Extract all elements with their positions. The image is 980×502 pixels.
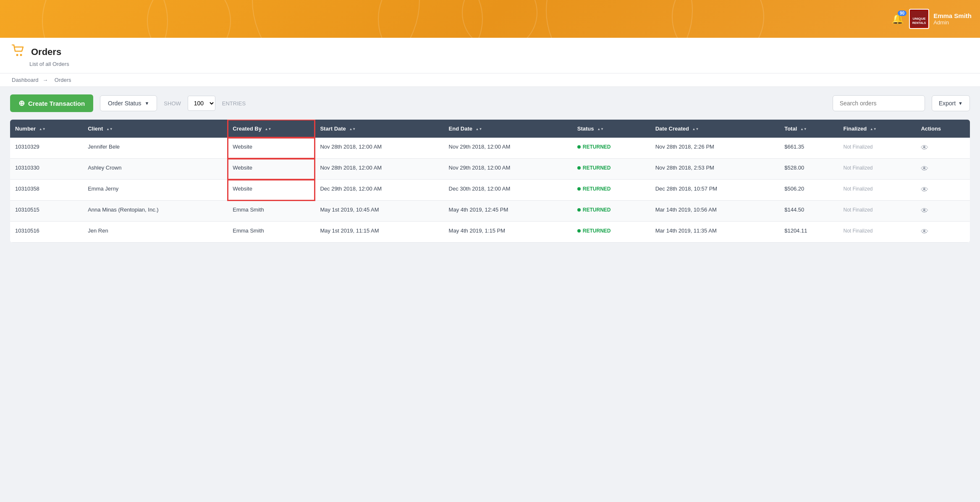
order-status-button[interactable]: Order Status ▼ (100, 95, 157, 111)
cell-status: RETURNED (572, 201, 650, 222)
view-action-icon[interactable]: 👁 (921, 165, 928, 173)
cell-client: Anna Minas (Rentopian, Inc.) (83, 201, 228, 222)
svg-point-4 (20, 54, 22, 56)
user-text: Emma Smith Admin (933, 12, 972, 26)
header-decoration (0, 0, 980, 38)
col-header-end-date[interactable]: End Date ▲▼ (444, 120, 572, 138)
cell-actions[interactable]: 👁 (916, 222, 970, 243)
table-row: 10310329Jennifer BeleWebsiteNov 28th 201… (10, 138, 970, 159)
cell-date_created: Nov 28th 2018, 2:53 PM (650, 159, 779, 180)
cell-date_created: Nov 28th 2018, 2:26 PM (650, 138, 779, 159)
status-dot (577, 187, 581, 191)
cell-created_by: Emma Smith (228, 222, 315, 243)
table-row: 10310516Jen RenEmma SmithMay 1st 2019, 1… (10, 222, 970, 243)
user-info: UNIQUE RENTALS Emma Smith Admin (909, 9, 972, 29)
view-action-icon[interactable]: 👁 (921, 186, 928, 194)
export-button[interactable]: Export ▼ (932, 95, 970, 111)
create-transaction-label: Create Transaction (28, 100, 85, 107)
col-header-status[interactable]: Status ▲▼ (572, 120, 650, 138)
order-status-label: Order Status (108, 100, 141, 107)
page-header: Orders List of all Orders (0, 38, 980, 73)
status-dot (577, 229, 581, 233)
status-dot (577, 208, 581, 212)
cell-number: 10310329 (10, 138, 83, 159)
view-action-icon[interactable]: 👁 (921, 144, 928, 152)
cell-finalized: Not Finalized (839, 138, 916, 159)
table-header-row: Number ▲▼ Client ▲▼ Created By ▲▼ Start … (10, 120, 970, 138)
cell-end_date: Nov 29th 2018, 12:00 AM (444, 138, 572, 159)
user-avatar: UNIQUE RENTALS (909, 9, 929, 29)
cell-created_by: Website (228, 138, 315, 159)
view-action-icon[interactable]: 👁 (921, 207, 928, 215)
table-row: 10310358Emma JernyWebsiteDec 29th 2018, … (10, 180, 970, 201)
svg-point-3 (16, 54, 18, 56)
cell-total: $528.00 (779, 159, 838, 180)
orders-table-container: Number ▲▼ Client ▲▼ Created By ▲▼ Start … (0, 120, 980, 253)
notification-badge: 90 (898, 10, 907, 16)
col-header-date-created[interactable]: Date Created ▲▼ (650, 120, 779, 138)
breadcrumb-current: Orders (55, 77, 71, 83)
cell-actions[interactable]: 👁 (916, 201, 970, 222)
page-title-row: Orders (12, 44, 968, 59)
cell-number: 10310358 (10, 180, 83, 201)
cell-actions[interactable]: 👁 (916, 180, 970, 201)
cell-created_by: Emma Smith (228, 201, 315, 222)
cell-end_date: May 4th 2019, 12:45 PM (444, 201, 572, 222)
status-badge: RETURNED (577, 165, 611, 171)
col-header-created-by[interactable]: Created By ▲▼ (228, 120, 315, 138)
col-header-number[interactable]: Number ▲▼ (10, 120, 83, 138)
export-chevron-icon: ▼ (958, 101, 963, 106)
finalized-label: Not Finalized (844, 228, 873, 234)
search-input[interactable] (833, 95, 925, 111)
cell-status: RETURNED (572, 222, 650, 243)
cell-date_created: Dec 28th 2018, 10:57 PM (650, 180, 779, 201)
sort-icon: ▲▼ (692, 127, 699, 131)
col-header-start-date[interactable]: Start Date ▲▼ (315, 120, 443, 138)
cell-start_date: Dec 29th 2018, 12:00 AM (315, 180, 443, 201)
plus-icon: ⊕ (18, 99, 25, 108)
cell-end_date: Nov 29th 2018, 12:00 AM (444, 159, 572, 180)
cell-finalized: Not Finalized (839, 222, 916, 243)
cell-start_date: Nov 28th 2018, 12:00 AM (315, 159, 443, 180)
cell-number: 10310330 (10, 159, 83, 180)
cell-total: $661.35 (779, 138, 838, 159)
page-title: Orders (31, 47, 61, 58)
col-header-finalized[interactable]: Finalized ▲▼ (839, 120, 916, 138)
entries-select[interactable]: 100 25 50 (188, 96, 215, 111)
breadcrumb-arrow: → (42, 77, 48, 83)
cell-client: Ashley Crown (83, 159, 228, 180)
cell-created_by: Website (228, 180, 315, 201)
status-dot (577, 166, 581, 170)
view-action-icon[interactable]: 👁 (921, 227, 928, 236)
cell-actions[interactable]: 👁 (916, 159, 970, 180)
finalized-label: Not Finalized (844, 165, 873, 171)
header-right: 🔔 90 UNIQUE RENTALS Emma Smith Admin (891, 9, 972, 29)
breadcrumb-home[interactable]: Dashboard (12, 77, 39, 83)
notification-bell[interactable]: 🔔 90 (891, 13, 904, 25)
cell-client: Jennifer Bele (83, 138, 228, 159)
cell-actions[interactable]: 👁 (916, 138, 970, 159)
avatar-initials: UNIQUE RENTALS (910, 10, 928, 28)
col-header-client[interactable]: Client ▲▼ (83, 120, 228, 138)
finalized-label: Not Finalized (844, 186, 873, 192)
export-label: Export (939, 100, 956, 107)
user-role: Admin (933, 19, 972, 26)
svg-text:RENTALS: RENTALS (912, 21, 926, 24)
status-badge: RETURNED (577, 207, 611, 213)
status-badge: RETURNED (577, 228, 611, 234)
cell-finalized: Not Finalized (839, 159, 916, 180)
cell-total: $506.20 (779, 180, 838, 201)
chevron-down-icon: ▼ (144, 101, 149, 106)
sort-icon: ▲▼ (870, 127, 877, 131)
create-transaction-button[interactable]: ⊕ Create Transaction (10, 94, 93, 112)
orders-icon (12, 44, 25, 59)
cell-start_date: May 1st 2019, 11:15 AM (315, 222, 443, 243)
page-subtitle: List of all Orders (29, 61, 968, 67)
cell-date_created: Mar 14th 2019, 11:35 AM (650, 222, 779, 243)
col-header-total[interactable]: Total ▲▼ (779, 120, 838, 138)
toolbar: ⊕ Create Transaction Order Status ▼ SHOW… (0, 87, 980, 120)
table-row: 10310330Ashley CrownWebsiteNov 28th 2018… (10, 159, 970, 180)
show-label: SHOW (164, 100, 181, 107)
cell-total: $1204.11 (779, 222, 838, 243)
finalized-label: Not Finalized (844, 144, 873, 150)
